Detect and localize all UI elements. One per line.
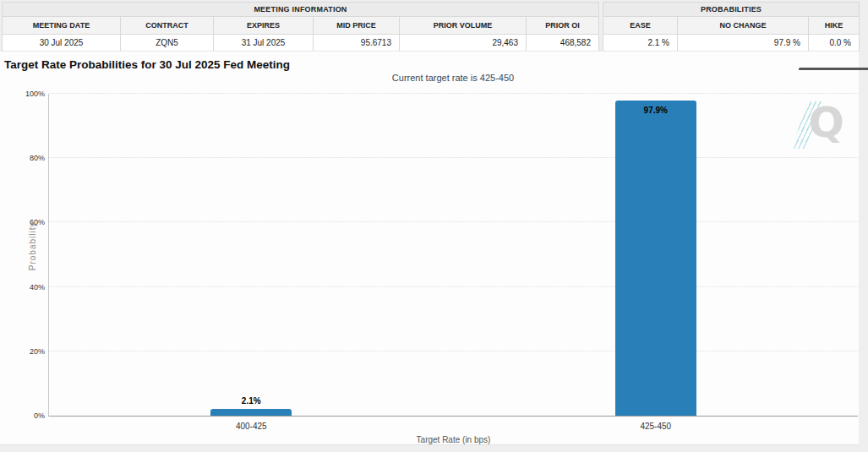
mid-price-value: 95.6713 <box>314 35 400 52</box>
ease-value: 2.1 % <box>603 35 678 52</box>
bar-value-label: 2.1% <box>242 396 261 406</box>
col-header-hike: HIKE <box>809 17 860 35</box>
chart-subtitle: Current target rate is 425-450 <box>48 73 858 83</box>
ytick-40: 40% <box>3 283 45 291</box>
ytick-100: 100% <box>3 90 45 98</box>
x-category-400-425: 400-425 <box>236 422 267 431</box>
chart-title: Target Rate Probabilities for 30 Jul 202… <box>4 58 290 71</box>
prior-volume-value: 29,463 <box>400 35 527 52</box>
bar-value-label: 97.9% <box>644 106 668 115</box>
hamburger-bar <box>799 68 868 70</box>
chart-card: Target Rate Probabilities for 30 Jul 202… <box>0 51 859 445</box>
bar-425-450[interactable] <box>615 101 696 416</box>
y-axis-title: Probability <box>28 221 37 270</box>
meeting-information-table: MEETING INFORMATION MEETING DATE CONTRAC… <box>2 2 599 52</box>
col-header-mid-price: MID PRICE <box>314 17 400 35</box>
x-axis-title: Target Rate (in bps) <box>49 435 858 444</box>
prior-oi-value: 468,582 <box>527 35 599 52</box>
col-header-prior-volume: PRIOR VOLUME <box>400 17 527 35</box>
hike-value: 0.0 % <box>809 35 860 52</box>
no-change-value: 97.9 % <box>678 35 809 52</box>
probabilities-band-title: PROBABILITIES <box>603 3 860 17</box>
expires-value: 31 Jul 2025 <box>214 35 314 52</box>
meeting-information-band-title: MEETING INFORMATION <box>3 3 599 17</box>
plot-area: 0% 20% 40% 60% 80% 100% Probability Q 2.… <box>48 94 858 417</box>
bar-slot-400-425: 2.1% 400-425 <box>49 94 454 416</box>
bar-400-425[interactable] <box>210 409 292 416</box>
col-header-ease: EASE <box>603 17 678 35</box>
col-header-no-change: NO CHANGE <box>678 17 809 35</box>
chart-context-menu-icon[interactable] <box>832 61 846 72</box>
contract-value: ZQN5 <box>121 35 214 52</box>
table-row: 30 Jul 2025 ZQN5 31 Jul 2025 95.6713 29,… <box>3 35 599 52</box>
col-header-prior-oi: PRIOR OI <box>527 17 599 35</box>
col-header-meeting-date: MEETING DATE <box>3 17 121 35</box>
x-category-425-450: 425-450 <box>640 422 671 431</box>
ytick-20: 20% <box>3 347 45 356</box>
col-header-expires: EXPIRES <box>214 17 314 35</box>
ytick-0: 0% <box>3 411 45 420</box>
probabilities-table: PROBABILITIES EASE NO CHANGE HIKE 2.1 % … <box>603 2 860 52</box>
top-info-tables: MEETING INFORMATION MEETING DATE CONTRAC… <box>2 2 860 52</box>
bar-slot-425-450: 97.9% 425-450 <box>454 94 859 416</box>
ytick-80: 80% <box>3 154 45 162</box>
ytick-60: 60% <box>3 218 45 226</box>
meeting-date-value: 30 Jul 2025 <box>3 35 121 52</box>
col-header-contract: CONTRACT <box>121 17 214 35</box>
table-row: 2.1 % 97.9 % 0.0 % <box>603 35 860 52</box>
